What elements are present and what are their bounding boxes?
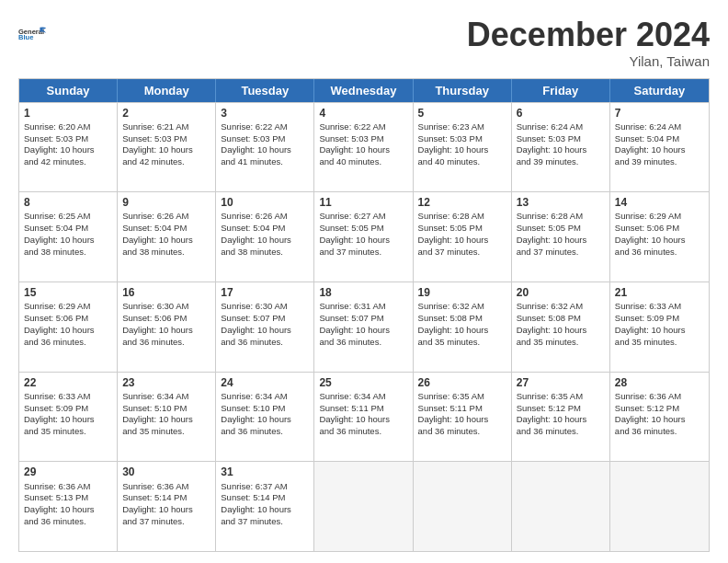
day-info-line: and 36 minutes.	[615, 247, 704, 259]
day-number: 8	[24, 195, 112, 210]
day-info-line: Daylight: 10 hours	[122, 144, 210, 156]
calendar-cell: 13Sunrise: 6:28 AMSunset: 5:05 PMDayligh…	[512, 192, 610, 282]
day-info-line: and 36 minutes.	[24, 337, 112, 349]
day-info-line: Sunrise: 6:29 AM	[615, 211, 704, 223]
month-title: December 2024	[467, 17, 710, 53]
day-info-line: and 36 minutes.	[615, 426, 704, 438]
cal-header-day: Friday	[512, 79, 610, 102]
day-info-line: Sunrise: 6:20 AM	[24, 121, 112, 133]
calendar-cell: 25Sunrise: 6:34 AMSunset: 5:11 PMDayligh…	[314, 373, 413, 462]
day-info-line: Daylight: 10 hours	[517, 144, 605, 156]
day-number: 15	[24, 285, 112, 300]
day-info-line: Sunset: 5:03 PM	[319, 133, 407, 145]
day-info-line: Daylight: 10 hours	[24, 235, 112, 247]
calendar-row: 22Sunrise: 6:33 AMSunset: 5:09 PMDayligh…	[19, 372, 709, 462]
calendar-cell: 29Sunrise: 6:36 AMSunset: 5:13 PMDayligh…	[19, 462, 118, 551]
day-info-line: Sunrise: 6:28 AM	[517, 211, 605, 223]
calendar-cell: 12Sunrise: 6:28 AMSunset: 5:05 PMDayligh…	[414, 192, 512, 282]
calendar-cell: 7Sunrise: 6:24 AMSunset: 5:04 PMDaylight…	[610, 103, 709, 192]
calendar-cell: 21Sunrise: 6:33 AMSunset: 5:09 PMDayligh…	[610, 282, 709, 372]
day-info-line: Daylight: 10 hours	[24, 504, 112, 516]
day-info-line: and 38 minutes.	[24, 247, 112, 259]
day-info-line: and 36 minutes.	[319, 337, 407, 349]
day-info-line: Sunrise: 6:33 AM	[615, 301, 704, 313]
calendar-cell: 23Sunrise: 6:34 AMSunset: 5:10 PMDayligh…	[118, 373, 216, 462]
day-info-line: Sunrise: 6:24 AM	[615, 121, 704, 133]
day-info-line: Sunrise: 6:34 AM	[221, 391, 309, 403]
day-info-line: and 35 minutes.	[517, 337, 605, 349]
day-info-line: Daylight: 10 hours	[418, 235, 506, 247]
day-number: 9	[122, 195, 210, 210]
day-number: 17	[221, 285, 309, 300]
calendar-cell	[610, 462, 709, 551]
day-info-line: Daylight: 10 hours	[24, 144, 112, 156]
day-info-line: Sunrise: 6:22 AM	[319, 121, 407, 133]
day-info-line: and 42 minutes.	[122, 156, 210, 168]
day-number: 30	[122, 465, 210, 479]
calendar-cell	[314, 462, 413, 551]
day-info-line: Sunset: 5:03 PM	[24, 133, 112, 145]
day-number: 2	[122, 106, 210, 121]
day-number: 21	[615, 285, 704, 300]
day-number: 1	[24, 106, 112, 121]
calendar-cell: 22Sunrise: 6:33 AMSunset: 5:09 PMDayligh…	[19, 373, 118, 462]
day-info-line: Sunset: 5:03 PM	[418, 133, 506, 145]
day-info-line: and 35 minutes.	[122, 426, 210, 438]
day-info-line: Sunrise: 6:23 AM	[418, 121, 506, 133]
day-info-line: Sunset: 5:08 PM	[517, 313, 605, 325]
day-number: 16	[122, 285, 210, 300]
day-number: 20	[517, 285, 605, 300]
day-info-line: Sunrise: 6:27 AM	[319, 211, 407, 223]
calendar-cell: 11Sunrise: 6:27 AMSunset: 5:05 PMDayligh…	[314, 192, 413, 282]
day-number: 10	[221, 195, 309, 210]
day-number: 12	[418, 195, 506, 210]
day-info-line: Sunset: 5:07 PM	[221, 313, 309, 325]
day-info-line: and 40 minutes.	[418, 156, 506, 168]
day-info-line: Daylight: 10 hours	[221, 325, 309, 337]
day-info-line: Sunrise: 6:24 AM	[517, 121, 605, 133]
day-info-line: and 37 minutes.	[517, 247, 605, 259]
calendar-cell: 24Sunrise: 6:34 AMSunset: 5:10 PMDayligh…	[216, 373, 314, 462]
day-number: 26	[418, 375, 506, 390]
day-info-line: Sunrise: 6:22 AM	[221, 121, 309, 133]
day-info-line: Daylight: 10 hours	[319, 235, 407, 247]
day-info-line: and 35 minutes.	[615, 337, 704, 349]
day-info-line: Sunrise: 6:32 AM	[418, 301, 506, 313]
calendar-row: 1Sunrise: 6:20 AMSunset: 5:03 PMDaylight…	[19, 102, 709, 192]
day-number: 22	[24, 375, 112, 390]
day-info-line: Sunrise: 6:32 AM	[517, 301, 605, 313]
calendar-row: 8Sunrise: 6:25 AMSunset: 5:04 PMDaylight…	[19, 191, 709, 282]
calendar-cell: 30Sunrise: 6:36 AMSunset: 5:14 PMDayligh…	[118, 462, 216, 551]
day-number: 18	[319, 285, 407, 300]
location-subtitle: Yilan, Taiwan	[467, 53, 710, 69]
day-number: 5	[418, 106, 506, 121]
day-info-line: and 36 minutes.	[122, 337, 210, 349]
day-info-line: Daylight: 10 hours	[418, 144, 506, 156]
calendar-cell: 27Sunrise: 6:35 AMSunset: 5:12 PMDayligh…	[512, 373, 610, 462]
day-info-line: Daylight: 10 hours	[122, 325, 210, 337]
day-info-line: Sunrise: 6:36 AM	[24, 481, 112, 493]
calendar-cell: 1Sunrise: 6:20 AMSunset: 5:03 PMDaylight…	[19, 103, 118, 192]
day-info-line: Daylight: 10 hours	[221, 235, 309, 247]
day-number: 23	[122, 375, 210, 390]
calendar-cell: 28Sunrise: 6:36 AMSunset: 5:12 PMDayligh…	[610, 373, 709, 462]
day-info-line: Sunset: 5:04 PM	[24, 223, 112, 235]
calendar-cell: 5Sunrise: 6:23 AMSunset: 5:03 PMDaylight…	[414, 103, 512, 192]
cal-header-day: Thursday	[414, 79, 512, 102]
day-info-line: Sunset: 5:12 PM	[615, 403, 704, 415]
day-number: 24	[221, 375, 309, 390]
day-number: 25	[319, 375, 407, 390]
day-info-line: Daylight: 10 hours	[615, 414, 704, 426]
calendar-cell: 14Sunrise: 6:29 AMSunset: 5:06 PMDayligh…	[610, 192, 709, 282]
day-info-line: Sunrise: 6:36 AM	[122, 481, 210, 493]
day-info-line: Daylight: 10 hours	[221, 504, 309, 516]
day-number: 6	[517, 106, 605, 121]
day-info-line: Sunset: 5:04 PM	[122, 223, 210, 235]
day-number: 7	[615, 106, 704, 121]
cal-header-day: Saturday	[610, 79, 709, 102]
day-info-line: Sunrise: 6:33 AM	[24, 391, 112, 403]
day-info-line: Sunset: 5:03 PM	[221, 133, 309, 145]
day-info-line: Daylight: 10 hours	[615, 144, 704, 156]
day-info-line: Sunset: 5:05 PM	[319, 223, 407, 235]
day-info-line: Sunrise: 6:26 AM	[122, 211, 210, 223]
